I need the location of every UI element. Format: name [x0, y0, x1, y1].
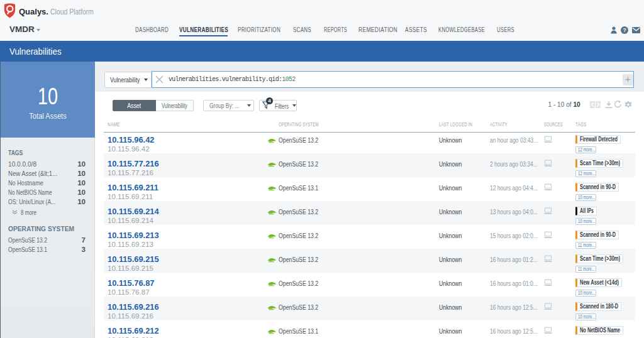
- svg-text:?: ?: [623, 27, 626, 33]
